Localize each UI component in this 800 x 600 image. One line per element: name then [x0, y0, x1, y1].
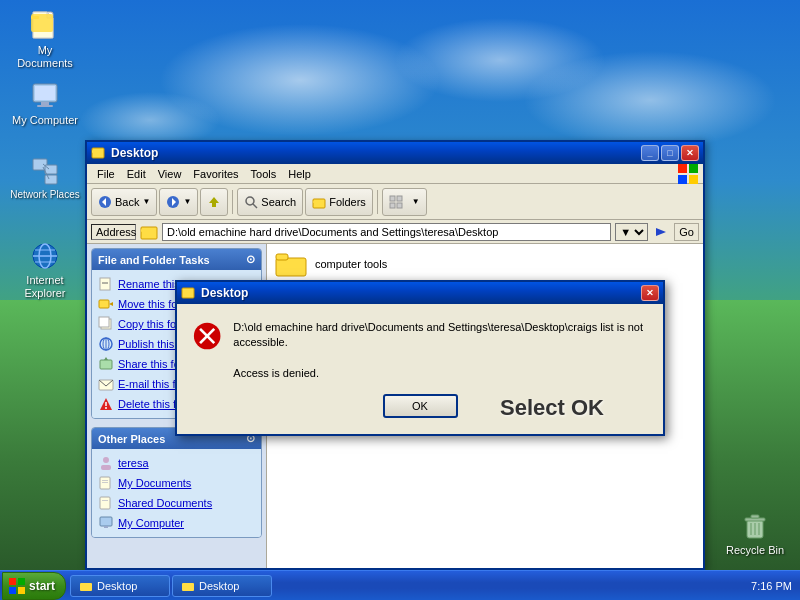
error-dialog-titlebar: Desktop ✕	[177, 282, 663, 304]
up-icon	[207, 195, 221, 209]
teresa-label: teresa	[118, 457, 149, 469]
svg-rect-47	[141, 227, 157, 239]
views-icon	[389, 195, 409, 209]
select-ok-annotation: Select OK	[500, 395, 604, 421]
svg-rect-30	[678, 164, 687, 173]
error-dialog-close-button[interactable]: ✕	[641, 285, 659, 301]
svg-line-40	[253, 204, 257, 208]
toolbar: Back ▼ ▼ Search	[87, 184, 703, 220]
desktop-icon-internet-explorer[interactable]: Internet Explorer	[10, 240, 80, 300]
close-button[interactable]: ✕	[681, 145, 699, 161]
my-computer-link-label: My Computer	[118, 517, 184, 529]
svg-rect-33	[689, 175, 698, 184]
svg-rect-48	[141, 229, 147, 232]
explorer-titlebar: Desktop _ □ ✕	[87, 142, 703, 164]
folder-name-computer-tools: computer tools	[315, 258, 387, 270]
svg-rect-7	[31, 16, 39, 19]
my-computer-icon	[29, 80, 61, 112]
start-button[interactable]: start	[2, 572, 66, 600]
forward-dropdown-icon[interactable]: ▼	[183, 197, 191, 206]
copy-icon	[98, 316, 114, 332]
search-label: Search	[261, 196, 296, 208]
desktop-icon-recycle-bin[interactable]: Recycle Bin	[720, 510, 790, 557]
folders-icon	[312, 195, 326, 209]
views-dropdown-icon[interactable]: ▼	[412, 197, 420, 206]
up-button[interactable]	[200, 188, 228, 216]
svg-rect-24	[751, 515, 759, 518]
folder-icon-computer-tools	[275, 250, 307, 278]
file-folder-tasks-collapse-icon: ⊙	[246, 253, 255, 266]
back-dropdown-icon[interactable]: ▼	[142, 197, 150, 206]
forward-button[interactable]: ▼	[159, 188, 198, 216]
minimize-button[interactable]: _	[641, 145, 659, 161]
shared-docs-icon	[98, 495, 114, 511]
svg-rect-10	[41, 102, 49, 105]
folders-button[interactable]: Folders	[305, 188, 373, 216]
svg-rect-42	[313, 201, 317, 203]
svg-rect-29	[92, 150, 97, 153]
svg-point-65	[103, 457, 109, 463]
publish-icon	[98, 336, 114, 352]
svg-rect-59	[100, 360, 112, 369]
folders-label: Folders	[329, 196, 366, 208]
svg-rect-74	[276, 258, 306, 276]
svg-rect-44	[397, 196, 402, 201]
search-button[interactable]: Search	[237, 188, 303, 216]
svg-marker-60	[104, 357, 108, 360]
folder-item-computer-tools[interactable]: computer tools	[267, 244, 703, 284]
other-places-content: teresa My Documents Shared Documents	[92, 449, 261, 537]
file-folder-tasks-label: File and Folder Tasks	[98, 254, 210, 266]
menu-help[interactable]: Help	[282, 166, 317, 182]
my-computer-link[interactable]: My Computer	[94, 513, 259, 533]
explorer-title: Desktop	[111, 146, 158, 160]
move-icon	[98, 296, 114, 312]
windows-start-icon	[9, 578, 25, 594]
menu-edit[interactable]: Edit	[121, 166, 152, 182]
taskbar-item-1-label: Desktop	[97, 580, 137, 592]
file-folder-tasks-header[interactable]: File and Folder Tasks ⊙	[92, 249, 261, 270]
svg-rect-84	[9, 578, 16, 585]
my-documents-link[interactable]: My Documents	[94, 473, 259, 493]
svg-rect-86	[9, 587, 16, 594]
menu-tools[interactable]: Tools	[245, 166, 283, 182]
svg-rect-87	[18, 587, 25, 594]
menu-file[interactable]: File	[91, 166, 121, 182]
error-message-line2: Access is denied.	[233, 366, 647, 381]
taskbar-clock: 7:16 PM	[743, 580, 800, 592]
shared-documents-link[interactable]: Shared Documents	[94, 493, 259, 513]
my-documents-icon	[29, 10, 61, 42]
menu-favorites[interactable]: Favorites	[187, 166, 244, 182]
taskbar-folder-icon-1	[79, 579, 93, 593]
my-docs-link-icon	[98, 475, 114, 491]
taskbar-item-desktop-2[interactable]: Desktop	[172, 575, 272, 597]
svg-rect-75	[276, 254, 288, 260]
ok-button[interactable]: OK	[383, 394, 458, 418]
desktop-icon-my-network[interactable]: Network Places	[10, 155, 80, 201]
svg-rect-31	[689, 164, 698, 173]
error-dialog-title-icon	[181, 285, 197, 301]
toolbar-separator-2	[377, 190, 378, 214]
maximize-button[interactable]: □	[661, 145, 679, 161]
menu-view[interactable]: View	[152, 166, 188, 182]
shared-documents-label: Shared Documents	[118, 497, 212, 509]
search-icon	[244, 195, 258, 209]
desktop-icon-my-documents[interactable]: My Documents	[10, 10, 80, 70]
dialog-content: D:\old emachine hard drive\Documents and…	[193, 320, 647, 382]
my-network-label: Network Places	[10, 189, 79, 201]
back-button[interactable]: Back ▼	[91, 188, 157, 216]
go-button[interactable]: Go	[674, 223, 699, 241]
desktop: My Documents My Computer Network Places	[0, 0, 800, 600]
svg-rect-69	[102, 482, 108, 483]
svg-rect-80	[182, 288, 194, 298]
address-dropdown[interactable]: ▼	[615, 223, 648, 241]
views-button[interactable]: ▼	[382, 188, 427, 216]
svg-marker-53	[109, 302, 113, 306]
svg-rect-13	[45, 165, 57, 174]
taskbar-item-desktop-1[interactable]: Desktop	[70, 575, 170, 597]
address-input[interactable]	[162, 223, 611, 241]
internet-explorer-label: Internet Explorer	[10, 274, 80, 300]
desktop-icon-my-computer[interactable]: My Computer	[10, 80, 80, 127]
internet-explorer-icon	[29, 240, 61, 272]
delete-icon	[98, 396, 114, 412]
teresa-link[interactable]: teresa	[94, 453, 259, 473]
